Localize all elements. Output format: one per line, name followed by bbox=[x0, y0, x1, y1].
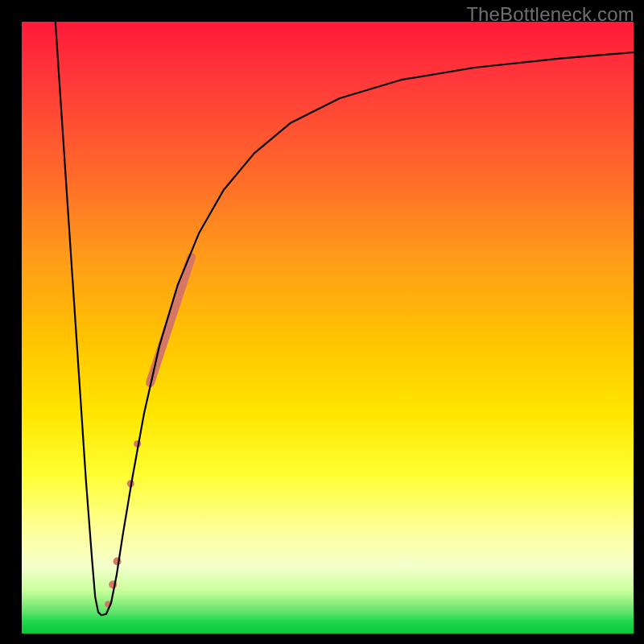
plot-area bbox=[22, 22, 634, 634]
watermark-text: TheBottleneck.com bbox=[466, 3, 634, 26]
bottleneck-curve bbox=[56, 22, 634, 615]
chart-frame: TheBottleneck.com bbox=[0, 0, 644, 644]
coral-annotation bbox=[105, 258, 191, 608]
chart-overlay bbox=[22, 22, 634, 634]
coral-segment bbox=[151, 258, 192, 383]
